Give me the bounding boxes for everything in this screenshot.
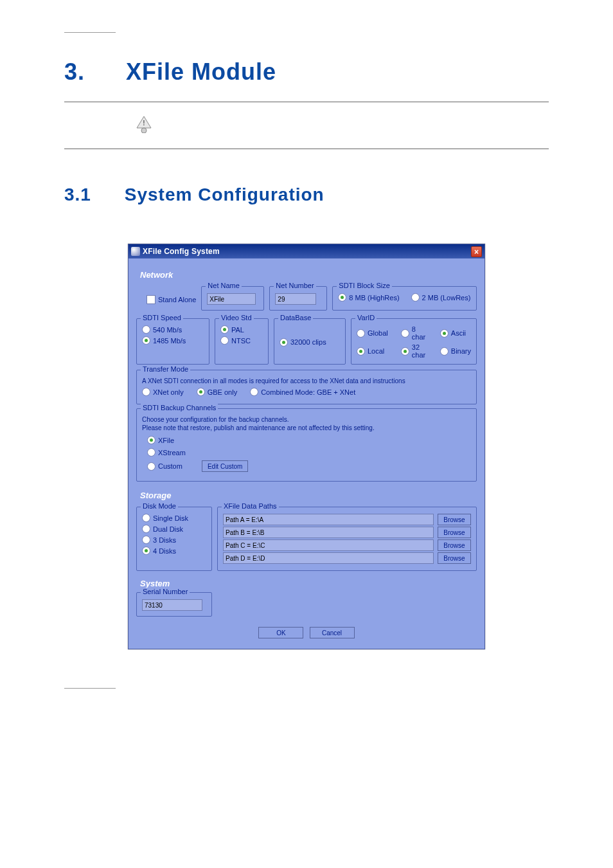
browse-b-button[interactable]: Browse xyxy=(438,527,471,538)
svg-point-1 xyxy=(141,128,147,133)
cancel-button[interactable]: Cancel xyxy=(310,627,355,638)
close-icon[interactable]: × xyxy=(471,246,482,257)
net-number-input[interactable] xyxy=(275,293,316,305)
edit-custom-button[interactable]: Edit Custom xyxy=(202,460,248,472)
section-network: Network xyxy=(140,270,477,280)
radio-xnet-only[interactable]: XNet only xyxy=(142,388,184,396)
radio-8char[interactable]: 8 char xyxy=(401,325,427,341)
path-a-input[interactable] xyxy=(223,514,434,525)
radio-3-disks[interactable]: 3 Disks xyxy=(142,536,206,544)
radio-backup-xstream[interactable]: XStream xyxy=(147,448,471,457)
section-system: System xyxy=(140,579,477,588)
ok-button[interactable]: OK xyxy=(258,627,303,638)
path-b-input[interactable] xyxy=(223,527,434,538)
radio-ntsc[interactable]: NTSC xyxy=(220,336,263,345)
radio-32char[interactable]: 32 char xyxy=(401,343,427,359)
radio-ascii[interactable]: Ascii xyxy=(440,325,471,341)
radio-8mb[interactable]: 8 MB (HighRes) xyxy=(338,293,399,302)
net-name-input[interactable] xyxy=(207,293,256,305)
dialog-title: XFile Config System xyxy=(143,247,471,256)
browse-c-button[interactable]: Browse xyxy=(438,539,471,551)
dialog-titlebar[interactable]: XFile Config System × xyxy=(129,244,484,258)
radio-pal[interactable]: PAL xyxy=(220,325,263,334)
heading-chapter: 3. XFile Module xyxy=(64,59,549,86)
radio-local[interactable]: Local xyxy=(357,343,388,359)
stand-alone-checkbox[interactable]: Stand Alone xyxy=(147,287,196,312)
path-c-input[interactable] xyxy=(223,539,434,551)
note-icon: ! xyxy=(135,115,549,136)
browse-a-button[interactable]: Browse xyxy=(438,514,471,525)
radio-backup-xfile[interactable]: XFile xyxy=(147,436,471,444)
radio-gbe-only[interactable]: GBE only xyxy=(197,388,237,396)
serial-number-input[interactable] xyxy=(142,599,202,611)
radio-global[interactable]: Global xyxy=(357,325,388,341)
radio-2mb[interactable]: 2 MB (LowRes) xyxy=(411,293,471,302)
radio-binary[interactable]: Binary xyxy=(440,343,471,359)
radio-540[interactable]: 540 Mb/s xyxy=(142,325,204,334)
radio-backup-custom[interactable]: Custom xyxy=(147,462,182,471)
section-storage: Storage xyxy=(140,491,477,500)
radio-single-disk[interactable]: Single Disk xyxy=(142,514,206,522)
browse-d-button[interactable]: Browse xyxy=(438,552,471,564)
xfile-config-dialog: XFile Config System × Network Stand Alon… xyxy=(128,244,485,649)
radio-dual-disk[interactable]: Dual Disk xyxy=(142,525,206,533)
app-icon xyxy=(131,247,140,256)
radio-4-disks[interactable]: 4 Disks xyxy=(142,547,206,555)
svg-text:!: ! xyxy=(143,120,145,127)
path-d-input[interactable] xyxy=(223,552,434,564)
radio-1485[interactable]: 1485 Mb/s xyxy=(142,336,204,345)
heading-section: 3.1 System Configuration xyxy=(64,185,549,205)
checkbox-icon xyxy=(147,295,155,304)
radio-combined[interactable]: Combined Mode: GBE + XNet xyxy=(250,388,355,396)
radio-32000clips[interactable]: 32000 clips xyxy=(280,338,326,347)
